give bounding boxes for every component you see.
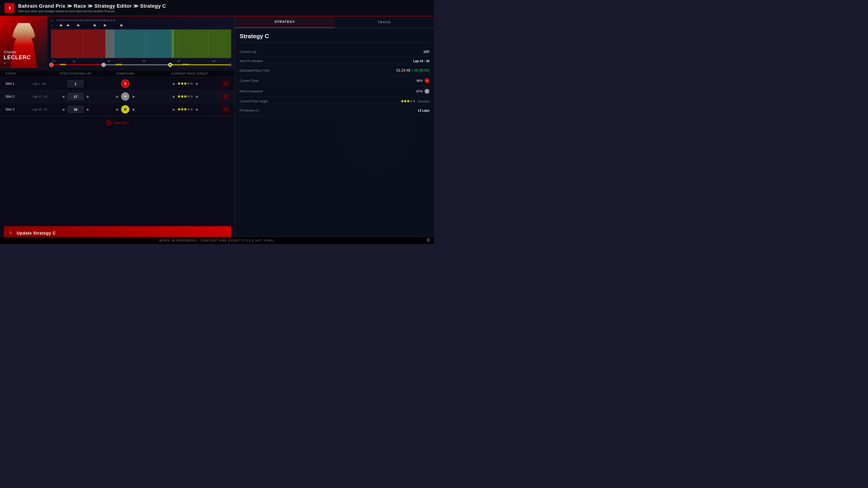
next-compound-badge: H bbox=[425, 89, 430, 94]
breadcrumb: Bahrain Grand Prix ≫ Race ≫ Strategy Edi… bbox=[18, 3, 166, 13]
stint-3-pace-dots bbox=[178, 108, 193, 110]
lap-marks: 10 20 30 40 50 bbox=[57, 60, 231, 63]
weather-icon-label: ☁ bbox=[51, 19, 56, 22]
current-tyres-label: Current Tyres bbox=[240, 79, 259, 83]
next-pit-row: Next Pit Window Lap 14 - 20 bbox=[240, 57, 430, 66]
update-icon bbox=[9, 230, 14, 236]
stint-1-compound-cell: S bbox=[100, 79, 150, 88]
stint-2-laps: Lap 17 - 42 bbox=[33, 95, 51, 98]
next-compound-value: 87% H bbox=[416, 89, 430, 94]
stint-2-compound-cell: ◀ H ▶ bbox=[100, 92, 150, 101]
stint-3-compound-cell: ◀ M ▶ bbox=[100, 105, 150, 113]
pace-dot-empty bbox=[410, 100, 412, 102]
stint-3-pace-right[interactable]: ▶ bbox=[195, 107, 200, 112]
sun-icon-label: ☀ bbox=[51, 24, 56, 26]
col-header-compound: COMPOUND bbox=[100, 72, 150, 75]
table-row: Stint 1 Lap 1 - 20 1 S ◀ bbox=[0, 77, 235, 90]
pace-dot bbox=[187, 108, 190, 110]
stint-1-pace-left[interactable]: ◀ bbox=[170, 81, 176, 86]
pace-dot bbox=[184, 108, 186, 110]
stint-3-start-input[interactable]: 39 bbox=[68, 106, 84, 113]
strategy-chart bbox=[51, 29, 231, 58]
stint-1-delete-button[interactable] bbox=[222, 80, 229, 87]
settings-button[interactable]: ⚙ bbox=[426, 237, 430, 242]
next-pit-label: Next Pit Window bbox=[240, 59, 263, 63]
col-header-pace: CURRENT PACE TARGET bbox=[150, 72, 229, 75]
stint-2-pace-right[interactable]: ▶ bbox=[195, 94, 200, 99]
race-time-delta: (-00:06:03) bbox=[412, 68, 430, 72]
race-time-label: Estimated Race Time bbox=[240, 69, 270, 72]
update-label: Update Strategy C bbox=[17, 231, 56, 236]
timeline-dot-medium[interactable]: M bbox=[168, 63, 172, 67]
stint-2-pace-left[interactable]: ◀ bbox=[170, 94, 176, 99]
pace-dot bbox=[187, 83, 190, 85]
svg-rect-4 bbox=[225, 95, 226, 96]
stint-2-start-right[interactable]: ▶ bbox=[85, 94, 91, 99]
current-lap-label: Current Lap bbox=[240, 50, 256, 54]
driver-last-name: LECLERC bbox=[4, 54, 31, 61]
svg-rect-2 bbox=[225, 82, 226, 83]
stint-1-start-input[interactable]: 1 bbox=[68, 80, 84, 87]
tab-track[interactable]: TRACK bbox=[335, 16, 434, 28]
pace-dot bbox=[184, 83, 186, 85]
stint-2-compound-left[interactable]: ◀ bbox=[114, 94, 119, 99]
breadcrumb-subtitle: Plan tyre stints and changes based on tr… bbox=[18, 9, 116, 13]
stint-3-start-left[interactable]: ◀ bbox=[60, 107, 66, 112]
grid-line-5 bbox=[209, 30, 209, 58]
pace-target-value: Standard bbox=[401, 100, 430, 103]
stint-3-laps: Lap 39 - 57 bbox=[33, 108, 51, 111]
current-tyres-pct: 98% bbox=[416, 79, 423, 83]
stint-3-delete-button[interactable] bbox=[222, 106, 229, 113]
pace-dot bbox=[191, 108, 193, 110]
current-tyres-row: Current Tyres 98% S bbox=[240, 75, 430, 86]
pace-dot-filled bbox=[401, 100, 403, 102]
stint-3-pace-left[interactable]: ◀ bbox=[170, 107, 176, 112]
driver-first-name: Charles bbox=[4, 50, 31, 54]
header: Bahrain Grand Prix ≫ Race ≫ Strategy Edi… bbox=[0, 0, 434, 16]
stint-2-start-cell: ◀ 17 ▶ bbox=[51, 93, 100, 100]
pace-dots-medium bbox=[183, 64, 188, 65]
driver-badge: ★ bbox=[4, 61, 31, 65]
stint-2-compound-right[interactable]: ▶ bbox=[131, 94, 136, 99]
stint-2-delete-button[interactable] bbox=[222, 93, 229, 100]
next-compound-label: Next Compound bbox=[240, 90, 262, 93]
stint-2-compound-badge: H bbox=[121, 92, 129, 101]
plus-circle-icon: + bbox=[106, 120, 112, 125]
tab-strategy[interactable]: STRATEGY bbox=[235, 16, 335, 28]
seg-hard bbox=[103, 64, 172, 65]
stint-1-pace-right[interactable]: ▶ bbox=[195, 81, 200, 86]
stint-2-start-left[interactable]: ◀ bbox=[60, 94, 66, 99]
timeline-dot-hard[interactable]: H bbox=[101, 63, 105, 67]
status-bar: WORK IN PROGRESS - CONTENT AND EVENT TIT… bbox=[0, 237, 434, 244]
svg-rect-6 bbox=[225, 108, 226, 108]
stint-1-name: Stint 1 bbox=[5, 82, 33, 86]
strategy-panel: Strategy C Current Lap 1/57 Next Pit Win… bbox=[235, 28, 434, 120]
pace-dot-filled bbox=[407, 100, 409, 102]
stint-2-start-input[interactable]: 17 bbox=[68, 93, 84, 100]
lap-axis: LAP 10 20 30 40 50 bbox=[51, 59, 231, 63]
stint-1-pace-cell: ◀ ▶ bbox=[150, 81, 220, 86]
stint-3-start-right[interactable]: ▶ bbox=[85, 107, 91, 112]
driver-section: Charles LECLERC ★ ☁ 5 5 bbox=[0, 16, 235, 68]
stint-1-pace-dots bbox=[178, 83, 193, 85]
weather-sun-row: ☀ ⛅ ☁ ⛅ ☁ ☁ ⛅ ☁ ☁ ☁ ☁ ⛅ ☁ bbox=[57, 24, 231, 27]
next-pit-value: Lap 14 - 20 bbox=[413, 59, 430, 63]
stint-3-compound-left[interactable]: ◀ bbox=[114, 107, 119, 112]
pace-dots-hard bbox=[116, 64, 122, 65]
timeline-dot-soft[interactable]: S bbox=[49, 63, 53, 67]
chart-stint-3 bbox=[172, 30, 231, 58]
stint-2-name: Stint 2 bbox=[5, 95, 33, 98]
pace-dot bbox=[178, 83, 180, 85]
pace-target-row: Current Pace Target Standard bbox=[240, 97, 430, 106]
pace-target-dots bbox=[401, 100, 415, 102]
race-time-row: Estimated Race Time 01:24:48 (-00:06:03) bbox=[240, 66, 430, 75]
race-time-base: 01:24:48 bbox=[396, 68, 410, 72]
stint-3-compound-right[interactable]: ▶ bbox=[131, 107, 136, 112]
breadcrumb-title: Bahrain Grand Prix ≫ Race ≫ Strategy Edi… bbox=[18, 3, 166, 9]
right-tabs: STRATEGY TRACK bbox=[235, 16, 434, 28]
back-button[interactable] bbox=[4, 3, 14, 13]
new-stint-button[interactable]: + New Stint bbox=[106, 120, 129, 125]
table-row: Stint 3 Lap 39 - 57 ◀ 39 ▶ ◀ M ▶ bbox=[0, 103, 235, 116]
pace-dot bbox=[181, 83, 183, 85]
pit-window-label: Pit Window in bbox=[240, 109, 259, 112]
